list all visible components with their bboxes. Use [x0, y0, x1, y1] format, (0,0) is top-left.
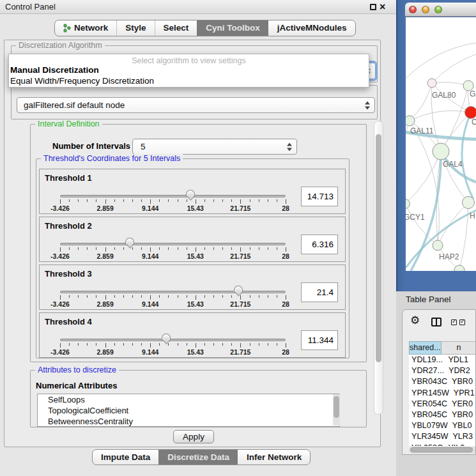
column-header-shared-name[interactable]: shared... — [409, 341, 441, 355]
cell-shared-name[interactable]: YDL19... — [409, 355, 443, 365]
tab-select[interactable]: Select — [155, 20, 197, 36]
network-node[interactable] — [427, 79, 436, 88]
table-row[interactable]: YIL052CYIL0 — [409, 443, 476, 447]
tick-label: 2.859 — [96, 252, 113, 260]
network-node[interactable] — [454, 265, 464, 271]
slider-track[interactable] — [60, 243, 286, 245]
cell-shared-name[interactable]: YER054C — [409, 399, 447, 410]
threshold-value-field[interactable]: 11.344 — [301, 330, 338, 350]
table-row[interactable]: YPR145WYPR1 — [409, 388, 476, 399]
tick-mark — [213, 199, 214, 202]
cell-shared-name[interactable]: YBR043C — [409, 376, 447, 387]
network-canvas[interactable]: GAL80GACGAL11GAL4HGCY1HAP2 — [406, 17, 476, 271]
cell-name[interactable]: YBL0 — [448, 420, 476, 431]
close-icon[interactable]: × — [380, 0, 385, 14]
threshold-value-field[interactable]: 21.4 — [301, 282, 338, 302]
minimize-traffic-light-icon[interactable] — [422, 6, 429, 13]
table-row[interactable]: YLR345WYLR3 — [409, 431, 476, 442]
tick-mark — [87, 199, 88, 202]
threshold-value-field[interactable]: 14.713 — [301, 187, 338, 206]
table-horizontal-scrollbar[interactable] — [409, 447, 476, 454]
number-of-intervals-combo[interactable]: 5 — [132, 139, 297, 155]
slider-track[interactable] — [60, 339, 286, 341]
cell-shared-name[interactable]: YBR045C — [409, 410, 447, 420]
table-row[interactable]: YER054CYER0 — [409, 399, 476, 410]
network-node[interactable] — [433, 143, 449, 160]
slider-track[interactable] — [60, 291, 286, 293]
panel-scrollbar-thumb[interactable] — [376, 134, 381, 362]
network-edge[interactable] — [406, 121, 410, 169]
slider-thumb[interactable] — [162, 334, 171, 341]
split-columns-icon[interactable] — [431, 318, 441, 326]
checkbox-icon[interactable] — [459, 319, 465, 325]
gear-icon[interactable]: ⚙ — [410, 314, 420, 327]
cell-name[interactable]: YBR0 — [447, 410, 476, 420]
attributes-list-scrollbar[interactable] — [333, 394, 340, 426]
network-edge[interactable] — [432, 54, 476, 83]
panel-scrollbar[interactable] — [374, 121, 383, 415]
attribute-item[interactable]: TopologicalCoefficient — [38, 405, 339, 416]
slider-thumb[interactable] — [186, 190, 195, 197]
table-row[interactable]: YBR043CYBR0 — [409, 376, 476, 387]
cell-name[interactable]: YDL1 — [443, 355, 476, 365]
tick-mark — [159, 343, 160, 346]
cell-shared-name[interactable]: YLR345W — [409, 431, 448, 442]
cell-shared-name[interactable]: YBL079W — [409, 420, 448, 431]
table-row[interactable]: YBR045CYBR0 — [409, 410, 476, 420]
tab-discretize-data[interactable]: Discretize Data — [158, 450, 238, 464]
numerical-attributes-list[interactable]: SelfLoopsTopologicalCoefficientBetweenne… — [37, 394, 340, 427]
network-edge[interactable] — [410, 83, 432, 121]
algorithm-option-manual[interactable]: Manual Discretization — [10, 65, 99, 75]
tab-impute-data[interactable]: Impute Data — [93, 450, 158, 464]
node-label: GAL4 — [443, 160, 463, 169]
attribute-item[interactable]: BetweennessCentrality — [38, 416, 339, 427]
tab-network[interactable]: Network — [55, 20, 116, 36]
attribute-item[interactable]: SelfLoops — [38, 394, 339, 405]
network-edge[interactable] — [406, 43, 476, 79]
cell-shared-name[interactable]: YDR27... — [409, 365, 444, 376]
cell-name[interactable]: YDR2 — [444, 365, 476, 376]
tick-label: -3.426 — [50, 300, 70, 308]
zoom-traffic-light-icon[interactable] — [434, 6, 442, 13]
algorithm-option-equal-width[interactable]: Equal Width/Frequency Discretization — [10, 76, 154, 86]
network-edge[interactable] — [459, 203, 468, 270]
cell-name[interactable]: YIL0 — [443, 443, 476, 447]
tick-mark — [78, 199, 79, 202]
tick-mark — [277, 295, 277, 298]
tick-mark — [60, 199, 61, 204]
cell-name[interactable]: YPR1 — [449, 388, 476, 399]
cell-name[interactable]: YBR0 — [447, 376, 476, 387]
network-node[interactable] — [463, 197, 475, 209]
slider-thumb[interactable] — [125, 238, 134, 245]
tab-style[interactable]: Style — [116, 20, 154, 36]
slider-track[interactable] — [60, 195, 286, 197]
cell-name[interactable]: YER0 — [447, 399, 476, 410]
tab-jactivemnodules[interactable]: jActiveMNodules — [268, 20, 355, 36]
threshold-value-field[interactable]: 6.316 — [301, 234, 338, 254]
cell-shared-name[interactable]: YPR145W — [409, 388, 449, 399]
network-edge[interactable] — [406, 151, 441, 204]
network-edge[interactable] — [410, 111, 471, 121]
close-traffic-light-icon[interactable] — [409, 6, 417, 13]
network-edge[interactable] — [410, 121, 439, 245]
table-horizontal-scrollbar-thumb[interactable] — [410, 447, 473, 452]
column-header-name[interactable]: n — [441, 341, 476, 355]
table-row[interactable]: YDR27...YDR2 — [409, 365, 476, 376]
tab-infer-network[interactable]: Infer Network — [238, 450, 310, 464]
checkbox-icon[interactable] — [451, 319, 457, 325]
network-node[interactable] — [465, 107, 476, 119]
float-window-icon[interactable] — [370, 4, 376, 10]
network-edge[interactable] — [432, 82, 468, 86]
network-node[interactable] — [406, 116, 415, 126]
cell-name[interactable]: YLR3 — [448, 431, 476, 442]
cell-shared-name[interactable]: YIL052C — [409, 443, 443, 447]
table-row[interactable]: YBL079WYBL0 — [409, 420, 476, 431]
network-node[interactable] — [433, 240, 443, 250]
apply-button[interactable]: Apply — [173, 430, 214, 443]
attributes-list-scrollbar-thumb[interactable] — [334, 396, 339, 418]
slider-thumb[interactable] — [234, 286, 243, 293]
table-row[interactable]: YDL19...YDL1 — [409, 355, 476, 365]
tab-cyni-toolbox[interactable]: Cyni Toolbox — [197, 20, 268, 36]
table-data-combo[interactable]: galFiltered.sif default node — [17, 97, 375, 113]
network-node[interactable] — [406, 199, 410, 209]
